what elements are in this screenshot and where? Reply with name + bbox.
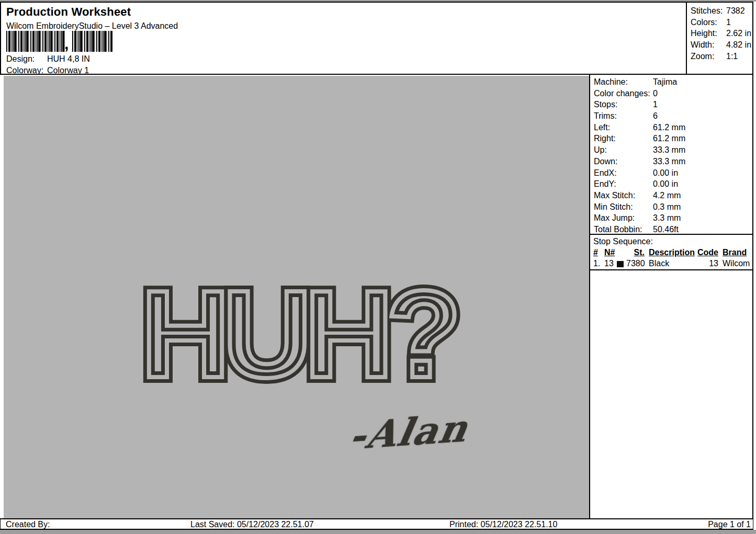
summary-value: 4.82 in bbox=[726, 40, 751, 49]
stop-cell-swatch bbox=[617, 258, 626, 269]
created-by-label: Created By: bbox=[6, 520, 50, 529]
machine-info-row: Max Jump:3.3 mm bbox=[594, 212, 751, 224]
machine-info-value: 50.46ft bbox=[653, 225, 679, 234]
stop-col-header: N# bbox=[604, 247, 617, 258]
colorway-field: Colorway:Colorway 1 bbox=[6, 66, 89, 75]
machine-info-value: 4.2 mm bbox=[653, 191, 681, 200]
header-section: Production Worksheet Wilcom EmbroiderySt… bbox=[0, 2, 686, 75]
summary-label: Height: bbox=[691, 28, 726, 39]
design-summary-rows: Stitches:7382Colors:1Height:2.62 inWidth… bbox=[691, 5, 751, 62]
stop-sequence-header-row: #N#St.DescriptionCodeBrand bbox=[593, 247, 752, 258]
machine-info-value: 61.2 mm bbox=[653, 134, 685, 143]
summary-value: 2.62 in bbox=[726, 29, 751, 38]
stop-cell: Wilcom bbox=[718, 258, 751, 269]
design-field-label: Design: bbox=[6, 54, 47, 64]
design-field: Design:HUH 4,8 IN bbox=[6, 54, 90, 64]
machine-info-value: 0.00 in bbox=[653, 179, 678, 188]
machine-info-row: Right:61.2 mm bbox=[594, 133, 751, 144]
stitch-preview-canvas: HUH? HUH? -Alan bbox=[4, 76, 589, 518]
stop-cell: 13 bbox=[604, 258, 617, 269]
page-title: Production Worksheet bbox=[6, 5, 131, 19]
machine-info-label: Max Stitch: bbox=[594, 190, 653, 201]
page-edge-bottom bbox=[0, 530, 756, 534]
summary-label: Colors: bbox=[691, 17, 726, 28]
summary-row: Width:4.82 in bbox=[691, 39, 751, 51]
machine-info-row: Max Stitch:4.2 mm bbox=[594, 190, 751, 201]
barcode-group-1-icon bbox=[6, 31, 65, 52]
stop-cell: Black bbox=[647, 258, 697, 269]
stop-cell: 7380 bbox=[626, 258, 647, 269]
machine-info-row: Stops:1 bbox=[594, 99, 751, 110]
summary-row: Colors:1 bbox=[691, 17, 751, 28]
machine-info-label: Stops: bbox=[594, 99, 653, 110]
machine-info-row: EndX:0.00 in bbox=[594, 167, 751, 179]
machine-info-label: EndY: bbox=[594, 178, 653, 190]
machine-info-panel: Machine:TajimaColor changes:0Stops:1Trim… bbox=[589, 75, 753, 518]
machine-info-value: 3.3 mm bbox=[653, 213, 681, 222]
machine-info-label: Machine: bbox=[594, 76, 653, 88]
colorway-field-label: Colorway: bbox=[6, 66, 47, 75]
machine-info-label: Right: bbox=[594, 133, 653, 144]
software-subtitle: Wilcom EmbroideryStudio – Level 3 Advanc… bbox=[6, 21, 178, 31]
machine-info-row: Down:33.3 mm bbox=[594, 156, 751, 167]
machine-info-value: 1 bbox=[653, 100, 658, 109]
stop-cell: 1. bbox=[593, 258, 604, 269]
machine-info-row: Up:33.3 mm bbox=[594, 144, 751, 156]
stop-col-header: Description bbox=[647, 247, 697, 258]
machine-info-rows: Machine:TajimaColor changes:0Stops:1Trim… bbox=[594, 76, 751, 235]
colorway-field-value: Colorway 1 bbox=[47, 66, 89, 75]
barcode-separator: , bbox=[64, 35, 69, 53]
machine-info-row: Min Stitch:0.3 mm bbox=[594, 201, 751, 213]
stop-sequence-title: Stop Sequence: bbox=[593, 236, 752, 247]
embroidery-signature-text: -Alan bbox=[346, 406, 472, 458]
design-field-value: HUH 4,8 IN bbox=[47, 54, 90, 63]
summary-label: Width: bbox=[691, 39, 726, 51]
summary-label: Zoom: bbox=[691, 51, 726, 62]
machine-info-row: Color changes:0 bbox=[594, 88, 751, 99]
machine-info-label: Left: bbox=[594, 122, 653, 133]
machine-info-value: 0 bbox=[653, 89, 658, 98]
summary-row: Height:2.62 in bbox=[691, 28, 751, 39]
stop-col-header: Brand bbox=[718, 247, 751, 258]
machine-info-value: 6 bbox=[653, 111, 658, 120]
design-summary-box: Stitches:7382Colors:1Height:2.62 inWidth… bbox=[686, 2, 753, 75]
machine-info-label: Max Jump: bbox=[594, 212, 653, 224]
page-footer: Created By: Last Saved: 05/12/2023 22.51… bbox=[0, 518, 753, 530]
last-saved-text: Last Saved: 05/12/2023 22.51.07 bbox=[190, 520, 314, 529]
summary-label: Stitches: bbox=[691, 5, 726, 17]
summary-value: 1:1 bbox=[726, 52, 738, 61]
machine-info-label: Trims: bbox=[594, 110, 653, 122]
stop-sequence-section: Stop Sequence: #N#St.DescriptionCodeBran… bbox=[590, 234, 752, 270]
summary-value: 7382 bbox=[726, 6, 745, 15]
stop-sequence-body: 1.137380Black13Wilcom bbox=[593, 258, 752, 269]
stop-col-header: St. bbox=[626, 247, 647, 258]
machine-info-value: 33.3 mm bbox=[653, 157, 685, 166]
machine-info-value: 0.3 mm bbox=[653, 202, 681, 211]
machine-info-row: Machine:Tajima bbox=[594, 76, 751, 88]
machine-info-label: Down: bbox=[594, 156, 653, 167]
production-worksheet-page: Production Worksheet Wilcom EmbroiderySt… bbox=[0, 0, 756, 534]
stop-sequence-row: 1.137380Black13Wilcom bbox=[593, 258, 752, 269]
machine-info-label: EndX: bbox=[594, 167, 653, 179]
machine-info-value: 0.00 in bbox=[653, 168, 678, 177]
thread-color-swatch bbox=[617, 261, 624, 267]
machine-info-label: Color changes: bbox=[594, 88, 653, 99]
machine-info-value: Tajima bbox=[653, 77, 677, 86]
machine-info-row: Left:61.2 mm bbox=[594, 122, 751, 133]
stop-cell: 13 bbox=[697, 258, 718, 269]
embroidery-design-text-inline: HUH? bbox=[141, 263, 454, 406]
machine-info-label: Min Stitch: bbox=[594, 201, 653, 213]
stop-col-header: # bbox=[593, 247, 604, 258]
printed-text: Printed: 05/12/2023 22.51.10 bbox=[449, 520, 557, 529]
machine-info-value: 33.3 mm bbox=[653, 145, 685, 154]
machine-info-row: EndY:0.00 in bbox=[594, 178, 751, 190]
summary-row: Zoom:1:1 bbox=[691, 51, 751, 62]
summary-row: Stitches:7382 bbox=[691, 5, 751, 17]
page-number-text: Page 1 of 1 bbox=[708, 520, 751, 529]
machine-info-value: 61.2 mm bbox=[653, 123, 685, 132]
machine-info-row: Trims:6 bbox=[594, 110, 751, 122]
machine-info-label: Up: bbox=[594, 144, 653, 156]
barcode-group-2-icon bbox=[72, 31, 113, 52]
stop-col-header: Code bbox=[697, 247, 718, 258]
summary-value: 1 bbox=[726, 18, 731, 27]
